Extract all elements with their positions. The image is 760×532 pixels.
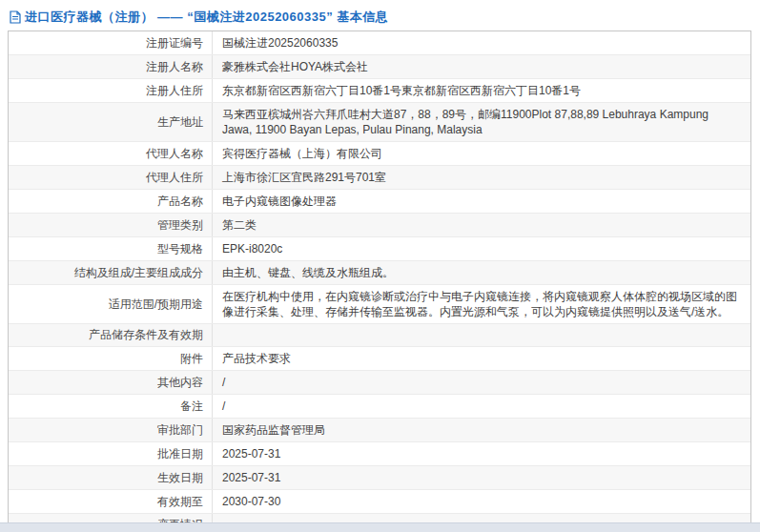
- row-value: 上海市徐汇区宜民路291号701室: [213, 166, 750, 189]
- row-label: 备注: [180, 399, 203, 414]
- table-row: 产品储存条件及有效期: [9, 324, 750, 347]
- table-row: 注册人住所 东京都新宿区西新宿六丁目10番1号東京都新宿区西新宿六丁目10番1号: [9, 79, 750, 103]
- row-label: 代理人名称: [146, 147, 203, 161]
- table-row: 审批部门 国家药品监督管理局: [9, 419, 750, 442]
- row-label: 审批部门: [157, 423, 203, 438]
- row-label: 有效期至: [157, 495, 203, 509]
- row-label: 管理类别: [157, 218, 203, 233]
- row-value: 2025-07-31: [213, 442, 750, 465]
- row-value: 宾得医疗器械（上海）有限公司: [213, 142, 750, 165]
- footer-strip: [0, 522, 760, 532]
- table-row: 批准日期 2025-07-31: [9, 442, 750, 466]
- row-label: 型号规格: [157, 242, 203, 256]
- row-value: 2025-07-31: [213, 466, 750, 489]
- table-row: 适用范围/预期用途 在医疗机构中使用，在内窥镜诊断或治疗中与电子内窥镜连接，将内…: [9, 285, 750, 324]
- table-row: 注册证编号 国械注进20252060335: [9, 31, 750, 55]
- page-header: 进口医疗器械（注册） —— “国械注进20252060335” 基本信息: [10, 8, 388, 27]
- page-title: 进口医疗器械（注册） —— “国械注进20252060335” 基本信息: [25, 9, 388, 26]
- row-value: 东京都新宿区西新宿六丁目10番1号東京都新宿区西新宿六丁目10番1号: [213, 79, 750, 102]
- row-label: 适用范围/预期用途: [109, 297, 203, 312]
- info-table: 注册证编号 国械注进20252060335 注册人名称 豪雅株式会社HOYA株式…: [8, 31, 751, 532]
- row-label: 产品储存条件及有效期: [89, 328, 203, 342]
- row-value: EPK-i8020c: [213, 237, 750, 260]
- row-label: 注册人名称: [146, 60, 203, 74]
- row-label: 注册证编号: [146, 36, 203, 51]
- row-label: 结构及组成/主要组成成分: [74, 266, 203, 280]
- row-value: 第二类: [213, 214, 750, 236]
- table-row: 型号规格 EPK-i8020c: [9, 237, 750, 261]
- row-value: 产品技术要求: [213, 347, 750, 370]
- table-row: 注册人名称 豪雅株式会社HOYA株式会社: [9, 55, 750, 79]
- table-row: 管理类别 第二类: [9, 214, 750, 237]
- table-row: 有效期至 2030-07-30: [9, 490, 750, 514]
- row-value: 马来西亚槟城州峇六拜爪哇村大道87，88，89号，邮编11900Plot 87,…: [213, 103, 750, 141]
- table-row: 结构及组成/主要组成成分 由主机、键盘、线缆及水瓶组成。: [9, 261, 750, 285]
- row-label: 代理人住所: [146, 171, 203, 185]
- row-value: 豪雅株式会社HOYA株式会社: [213, 55, 750, 78]
- row-label: 附件: [180, 352, 203, 366]
- row-value: 国家药品监督管理局: [213, 419, 750, 441]
- row-label: 注册人住所: [146, 84, 203, 98]
- table-row: 生产地址 马来西亚槟城州峇六拜爪哇村大道87，88，89号，邮编11900Plo…: [9, 103, 750, 142]
- table-row: 产品名称 电子内窥镜图像处理器: [9, 190, 750, 214]
- table-row: 代理人住所 上海市徐汇区宜民路291号701室: [9, 166, 750, 190]
- table-row: 备注 /: [9, 395, 750, 419]
- table-row: 其他内容 /: [9, 371, 750, 395]
- row-label: 其他内容: [157, 376, 203, 390]
- row-value: 2030-07-30: [213, 490, 750, 513]
- row-value: /: [213, 395, 750, 418]
- row-label: 产品名称: [157, 194, 203, 209]
- page: { "header": { "icon": "document-icon", "…: [0, 0, 760, 532]
- row-label: 批准日期: [157, 447, 203, 461]
- row-value: 在医疗机构中使用，在内窥镜诊断或治疗中与电子内窥镜连接，将内窥镜观察人体体腔的视…: [213, 285, 750, 323]
- table-row: 代理人名称 宾得医疗器械（上海）有限公司: [9, 142, 750, 166]
- row-value: [213, 324, 750, 346]
- row-value: 国械注进20252060335: [213, 31, 750, 54]
- table-row: 生效日期 2025-07-31: [9, 466, 750, 490]
- row-label: 生产地址: [157, 115, 203, 130]
- row-label: 生效日期: [157, 471, 203, 485]
- row-value: 由主机、键盘、线缆及水瓶组成。: [213, 261, 750, 284]
- document-icon: [10, 10, 21, 24]
- row-value: 电子内窥镜图像处理器: [213, 190, 750, 213]
- table-row: 附件 产品技术要求: [9, 347, 750, 371]
- row-value: /: [213, 371, 750, 394]
